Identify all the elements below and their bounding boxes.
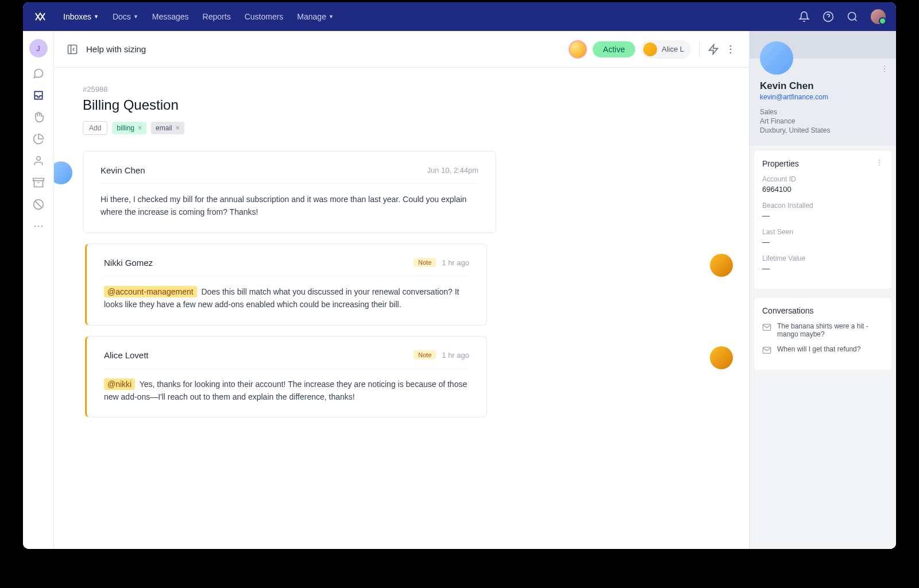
message-customer: Kevin Chen Jun 10, 2:44pm Hi there, I ch… bbox=[65, 151, 720, 233]
assignee-pill[interactable]: Alice L bbox=[641, 40, 691, 59]
chevron-down-icon: ▼ bbox=[94, 14, 99, 20]
top-navigation: Inboxes▼ Docs▼ Messages Reports Customer… bbox=[23, 2, 896, 31]
add-tag-button[interactable]: Add bbox=[83, 121, 107, 135]
customer-name: Kevin Chen bbox=[760, 80, 886, 92]
property-value: — bbox=[762, 238, 883, 246]
property-label: Account ID bbox=[762, 175, 883, 183]
svg-point-5 bbox=[41, 226, 43, 227]
property-label: Beacon Installed bbox=[762, 202, 883, 210]
conversation-header: Help with sizing Active Alice L bbox=[54, 31, 749, 68]
svg-point-10 bbox=[884, 65, 885, 67]
chevron-down-icon: ▼ bbox=[329, 14, 334, 20]
status-badge[interactable]: Active bbox=[593, 41, 635, 57]
assignee-name: Alice L bbox=[662, 45, 684, 53]
person-icon[interactable] bbox=[33, 155, 44, 167]
svg-rect-6 bbox=[68, 45, 77, 53]
property-row: Lifetime Value — bbox=[762, 254, 883, 273]
message-avatar bbox=[710, 346, 733, 369]
remove-tag-icon[interactable]: × bbox=[176, 124, 180, 132]
nav-inboxes[interactable]: Inboxes▼ bbox=[63, 12, 99, 21]
nav-reports[interactable]: Reports bbox=[203, 12, 231, 21]
message-note: Alice Lovett Note 1 hr ago @nikki Yes, t… bbox=[83, 336, 720, 418]
tag-label: email bbox=[156, 124, 172, 132]
svg-point-12 bbox=[884, 71, 885, 72]
more-vertical-icon[interactable] bbox=[880, 64, 889, 76]
mention[interactable]: @nikki bbox=[104, 378, 135, 390]
tag-email[interactable]: email× bbox=[151, 122, 184, 134]
nav-messages-label: Messages bbox=[152, 12, 189, 21]
conversation-link-text: The banana shirts were a hit - mango may… bbox=[777, 322, 883, 338]
workspace-avatar[interactable]: J bbox=[29, 39, 48, 57]
message-avatar bbox=[54, 161, 72, 184]
property-value: — bbox=[762, 264, 883, 273]
property-label: Lifetime Value bbox=[762, 254, 883, 262]
nav-inboxes-label: Inboxes bbox=[63, 12, 91, 21]
customer-avatar[interactable] bbox=[760, 41, 793, 75]
customer-header-avatar[interactable] bbox=[569, 40, 587, 59]
customer-department: Sales bbox=[760, 108, 886, 116]
message-author: Alice Lovett bbox=[104, 350, 149, 360]
property-row: Account ID 6964100 bbox=[762, 175, 883, 194]
conversations-heading: Conversations bbox=[762, 306, 814, 315]
lightning-icon[interactable] bbox=[708, 44, 719, 55]
svg-point-15 bbox=[879, 164, 880, 165]
chevron-down-icon: ▼ bbox=[133, 14, 138, 20]
user-avatar[interactable] bbox=[871, 9, 886, 24]
mail-icon bbox=[762, 323, 771, 332]
search-icon[interactable] bbox=[847, 11, 858, 22]
nav-docs[interactable]: Docs▼ bbox=[113, 12, 138, 21]
panel-toggle-icon[interactable] bbox=[67, 44, 78, 55]
customer-location: Duxbury, United States bbox=[760, 126, 886, 134]
help-icon[interactable] bbox=[823, 11, 834, 22]
message-body: Hi there, I checked my bill for the annu… bbox=[101, 193, 478, 219]
message-author: Kevin Chen bbox=[101, 165, 145, 175]
nav-customers-label: Customers bbox=[245, 12, 284, 21]
nav-reports-label: Reports bbox=[203, 12, 231, 21]
ticket-id: #25988 bbox=[83, 85, 720, 94]
more-icon[interactable] bbox=[33, 220, 44, 232]
tag-row: Add billing× email× bbox=[83, 121, 720, 135]
nav-messages[interactable]: Messages bbox=[152, 12, 189, 21]
property-value: — bbox=[762, 211, 883, 220]
inbox-icon[interactable] bbox=[33, 90, 44, 101]
more-vertical-icon[interactable] bbox=[875, 158, 883, 168]
conversation-thread: #25988 Billing Question Add billing× ema… bbox=[54, 68, 749, 549]
mail-icon bbox=[762, 346, 771, 355]
conversation-link[interactable]: When will I get that refund? bbox=[762, 345, 883, 355]
property-label: Last Seen bbox=[762, 228, 883, 236]
svg-point-4 bbox=[37, 226, 39, 227]
conversation-title: Help with sizing bbox=[86, 44, 146, 54]
left-rail: J bbox=[23, 31, 54, 549]
property-row: Last Seen — bbox=[762, 228, 883, 246]
more-vertical-icon[interactable] bbox=[725, 44, 736, 55]
pie-icon[interactable] bbox=[33, 133, 44, 145]
svg-point-14 bbox=[879, 162, 880, 163]
notifications-icon[interactable] bbox=[798, 11, 810, 22]
conversation-link[interactable]: The banana shirts were a hit - mango may… bbox=[762, 322, 883, 338]
ticket-title: Billing Question bbox=[83, 97, 720, 113]
svg-point-3 bbox=[34, 226, 36, 227]
customer-email[interactable]: kevin@artfinance.com bbox=[760, 93, 886, 101]
archive-icon[interactable] bbox=[33, 177, 44, 188]
svg-point-1 bbox=[848, 13, 856, 20]
message-text: Yes, thanks for looking into their accou… bbox=[104, 380, 467, 401]
hand-icon[interactable] bbox=[33, 111, 44, 123]
svg-point-8 bbox=[730, 48, 732, 50]
note-badge: Note bbox=[414, 350, 436, 359]
tag-billing[interactable]: billing× bbox=[112, 122, 146, 134]
remove-tag-icon[interactable]: × bbox=[138, 124, 142, 132]
mention[interactable]: @account-management bbox=[104, 286, 197, 297]
app-logo[interactable] bbox=[33, 10, 47, 24]
block-icon[interactable] bbox=[33, 199, 44, 210]
nav-manage-label: Manage bbox=[297, 12, 326, 21]
nav-manage[interactable]: Manage▼ bbox=[297, 12, 334, 21]
chat-icon[interactable] bbox=[33, 68, 44, 79]
conversation-link-text: When will I get that refund? bbox=[777, 345, 860, 353]
nav-customers[interactable]: Customers bbox=[245, 12, 284, 21]
message-timestamp: Jun 10, 2:44pm bbox=[427, 166, 478, 175]
customer-sidebar: Kevin Chen kevin@artfinance.com Sales Ar… bbox=[749, 31, 896, 549]
message-note: Nikki Gomez Note 1 hr ago @account-manag… bbox=[83, 243, 720, 326]
svg-point-7 bbox=[730, 45, 732, 47]
divider bbox=[699, 42, 700, 57]
properties-heading: Properties bbox=[762, 159, 799, 168]
